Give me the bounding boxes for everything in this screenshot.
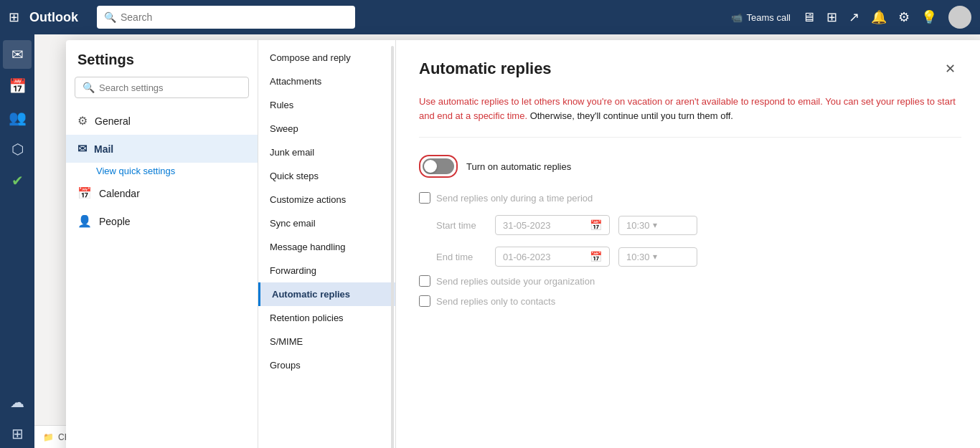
- start-time-label: Start time: [436, 220, 486, 231]
- outside-org-label: Send replies outside your organization: [436, 276, 595, 287]
- topbar-right: 📹 Teams call 🖥 ⊞ ↗ 🔔 ⚙ 💡: [731, 6, 971, 29]
- content-header: Automatic replies ✕: [419, 57, 961, 80]
- calendar-label: Calendar: [99, 188, 140, 199]
- mail-nav-icon: ✉: [77, 142, 87, 156]
- start-time-dropdown-icon: ▾: [653, 220, 657, 230]
- send-icon[interactable]: ↗: [849, 9, 859, 25]
- end-calendar-icon: 📅: [590, 251, 602, 262]
- settings-middle-panel: Compose and reply Attachments Rules Swee…: [258, 40, 396, 448]
- bell-icon[interactable]: 🔔: [871, 9, 887, 25]
- submenu-automatic-replies[interactable]: Automatic replies: [258, 282, 395, 306]
- end-time-input[interactable]: 10:30 ▾: [618, 247, 697, 267]
- app-logo: Outlook: [29, 10, 78, 25]
- people-nav-icon: 👤: [77, 214, 92, 228]
- start-date-value: 31-05-2023: [503, 220, 585, 231]
- content-area: 📁 CHN_Mails_EW2 Settings 🔍 ⚙ General ✉ M…: [34, 34, 980, 448]
- submenu-compose[interactable]: Compose and reply: [258, 46, 395, 70]
- description-text: Use automatic replies to let others know…: [419, 95, 961, 138]
- contacts-only-checkbox-row: Send replies only to contacts: [419, 295, 961, 307]
- settings-nav-mail[interactable]: ✉ Mail: [66, 135, 258, 163]
- general-label: General: [95, 115, 131, 127]
- submenu-rules[interactable]: Rules: [258, 93, 395, 117]
- desc-normal: Otherwise, they'll continue until you tu…: [527, 110, 733, 121]
- end-date-input[interactable]: 01-06-2023 📅: [495, 247, 610, 267]
- settings-title: Settings: [66, 52, 258, 77]
- submenu-attachments[interactable]: Attachments: [258, 70, 395, 93]
- submenu-retention[interactable]: Retention policies: [258, 306, 395, 330]
- automatic-replies-toggle[interactable]: [423, 158, 454, 174]
- grid-icon[interactable]: ⊞: [9, 9, 19, 25]
- settings-nav-general[interactable]: ⚙ General: [66, 107, 258, 135]
- options-group: Send replies only during a time period S…: [419, 192, 961, 307]
- middle-scrollbar[interactable]: [391, 46, 394, 448]
- outside-org-checkbox-row: Send replies outside your organization: [419, 275, 961, 287]
- topbar-search-icon: 🔍: [104, 11, 116, 23]
- start-date-input[interactable]: 31-05-2023 📅: [495, 215, 610, 235]
- calendar-nav-icon: 📅: [77, 186, 92, 200]
- time-period-checkbox[interactable]: [419, 192, 430, 204]
- toggle-knob: [424, 160, 437, 173]
- screen-share-icon[interactable]: 🖥: [802, 10, 815, 25]
- nav-people-icon[interactable]: 👥: [3, 103, 32, 132]
- apps2-icon[interactable]: ⊞: [826, 9, 837, 25]
- teams-call-button[interactable]: 📹 Teams call: [731, 12, 791, 23]
- submenu-groups[interactable]: Groups: [258, 353, 395, 377]
- settings-nav-people[interactable]: 👤 People: [66, 207, 258, 235]
- mail-label: Mail: [94, 143, 113, 155]
- help-icon[interactable]: 💡: [921, 9, 937, 25]
- nav-tasks-icon[interactable]: ✔: [3, 166, 32, 195]
- submenu-customize[interactable]: Customize actions: [258, 188, 395, 211]
- settings-search-icon: 🔍: [83, 82, 95, 93]
- submenu-sweep[interactable]: Sweep: [258, 117, 395, 140]
- end-date-value: 01-06-2023: [503, 252, 585, 262]
- contacts-only-label: Send replies only to contacts: [436, 296, 555, 307]
- nav-cloud-icon[interactable]: ☁: [3, 388, 32, 416]
- settings-content: Automatic replies ✕ Use automatic replie…: [396, 40, 980, 448]
- user-avatar[interactable]: [948, 6, 971, 29]
- start-time-row: Start time 31-05-2023 📅 10:30 ▾: [436, 215, 961, 235]
- nav-apps-icon[interactable]: ⊞: [3, 419, 32, 448]
- toggle-label: Turn on automatic replies: [466, 161, 571, 172]
- people-label: People: [99, 216, 131, 227]
- general-icon: ⚙: [77, 114, 88, 128]
- toggle-row: Turn on automatic replies: [419, 155, 961, 178]
- nav-groups-icon[interactable]: ⬡: [3, 135, 32, 163]
- topbar-search-box[interactable]: 🔍: [97, 6, 355, 29]
- folder-icon: 📁: [43, 432, 54, 442]
- main-layout: ✉ 📅 👥 ⬡ ✔ ☁ ⊞ 📁 CHN_Mails_EW2 Settings 🔍: [0, 34, 980, 448]
- settings-search-box[interactable]: 🔍: [75, 77, 249, 98]
- gear-icon[interactable]: ⚙: [898, 9, 910, 25]
- start-calendar-icon: 📅: [590, 219, 602, 231]
- view-quick-settings-link[interactable]: View quick settings: [66, 163, 258, 179]
- outside-org-checkbox[interactable]: [419, 275, 430, 287]
- video-icon: 📹: [731, 12, 743, 23]
- submenu-junk[interactable]: Junk email: [258, 140, 395, 164]
- topbar-search-input[interactable]: [121, 11, 348, 23]
- settings-search-input[interactable]: [99, 82, 241, 93]
- toggle-wrapper: [419, 155, 458, 178]
- settings-nav-calendar[interactable]: 📅 Calendar: [66, 179, 258, 207]
- nav-icons: ✉ 📅 👥 ⬡ ✔ ☁ ⊞: [0, 34, 34, 448]
- end-time-label: End time: [436, 252, 486, 262]
- end-time-row: End time 01-06-2023 📅 10:30 ▾: [436, 247, 961, 267]
- submenu-forwarding[interactable]: Forwarding: [258, 259, 395, 282]
- settings-modal: Settings 🔍 ⚙ General ✉ Mail View quick s…: [66, 40, 980, 448]
- start-time-value: 10:30: [626, 220, 650, 231]
- time-period-label: Send replies only during a time period: [436, 193, 593, 204]
- end-time-dropdown-icon: ▾: [653, 252, 657, 262]
- start-time-input[interactable]: 10:30 ▾: [618, 216, 697, 235]
- submenu-sync[interactable]: Sync email: [258, 211, 395, 235]
- submenu-message-handling[interactable]: Message handling: [258, 235, 395, 259]
- contacts-only-checkbox[interactable]: [419, 295, 430, 307]
- nav-calendar-icon[interactable]: 📅: [3, 72, 32, 100]
- time-period-checkbox-row: Send replies only during a time period: [419, 192, 961, 204]
- submenu-quicksteps[interactable]: Quick steps: [258, 164, 395, 188]
- teams-call-label: Teams call: [747, 12, 791, 23]
- content-title: Automatic replies: [419, 59, 552, 78]
- end-time-value: 10:30: [626, 252, 650, 262]
- close-button[interactable]: ✕: [938, 57, 961, 80]
- nav-mail-icon[interactable]: ✉: [3, 40, 32, 69]
- topbar: ⊞ Outlook 🔍 📹 Teams call 🖥 ⊞ ↗ 🔔 ⚙ 💡: [0, 0, 980, 34]
- submenu-smime[interactable]: S/MIME: [258, 330, 395, 353]
- settings-left-panel: Settings 🔍 ⚙ General ✉ Mail View quick s…: [66, 40, 258, 448]
